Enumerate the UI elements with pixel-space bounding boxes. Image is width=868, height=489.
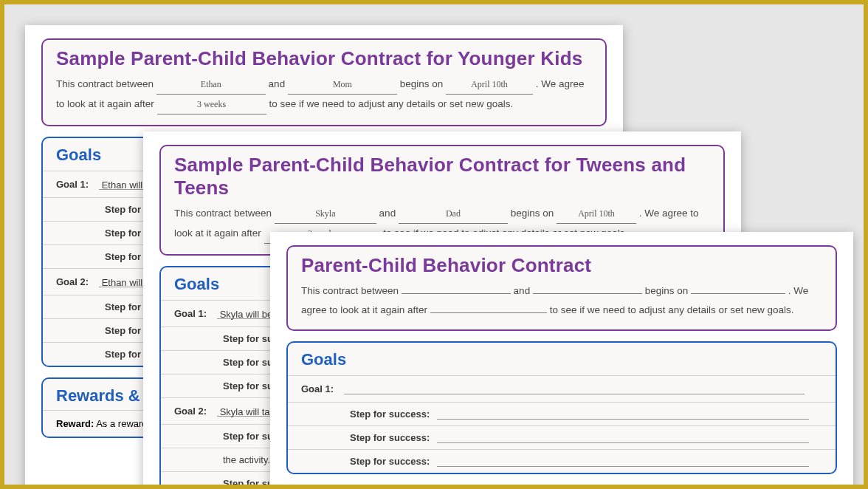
- goal-label: Goal 2:: [174, 406, 214, 417]
- step-extra: the activity.: [223, 454, 270, 465]
- goal-label: Goal 1:: [301, 383, 341, 394]
- intro-fragment: and: [269, 78, 286, 89]
- intro-fragment: This contract between: [174, 208, 272, 219]
- intro-fragment: This contract between: [56, 78, 154, 89]
- reward-label: Reward:: [56, 418, 94, 429]
- blank-child-name[interactable]: Ethan: [156, 76, 266, 95]
- header-box: Parent-Child Behavior Contract This cont…: [286, 245, 837, 331]
- title: Parent-Child Behavior Contract: [301, 254, 822, 277]
- goals-title: Goals: [288, 343, 836, 375]
- blank-start-date[interactable]: April 10th: [557, 205, 636, 224]
- intro-fragment: begins on: [645, 285, 689, 296]
- step-label: Step for success:: [350, 456, 430, 467]
- blank-review-after[interactable]: [430, 312, 547, 313]
- step-input[interactable]: [437, 456, 809, 467]
- intro-text: This contract between Ethan and Mom begi…: [56, 75, 592, 114]
- intro-fragment: to see if we need to adjust any details …: [550, 304, 794, 315]
- goal-label: Goal 1:: [56, 179, 96, 190]
- goal-input[interactable]: [344, 384, 805, 394]
- goal-label: Goal 2:: [56, 276, 96, 287]
- step-input[interactable]: [437, 409, 809, 420]
- intro-fragment: begins on: [511, 208, 554, 219]
- intro-fragment: to see if we need to adjust any details …: [269, 98, 513, 109]
- sheet-blank-contract: Parent-Child Behavior Contract This cont…: [270, 232, 853, 489]
- intro-fragment: begins on: [400, 78, 444, 89]
- intro-fragment: and: [379, 208, 396, 219]
- intro-fragment: This contract between: [301, 285, 399, 296]
- blank-parent-name[interactable]: Dad: [399, 205, 508, 224]
- step-row: Step for success:: [288, 425, 836, 449]
- step-row: Step for success:: [288, 402, 836, 425]
- header-box: Sample Parent-Child Behavior Contract fo…: [41, 38, 607, 126]
- blank-child-name[interactable]: [402, 293, 511, 294]
- reward-text: As a reward: [96, 418, 147, 429]
- blank-child-name[interactable]: Skyla: [275, 205, 376, 224]
- step-label: Step for success:: [350, 432, 430, 443]
- step-input[interactable]: [437, 433, 809, 443]
- intro-fragment: and: [514, 285, 531, 296]
- blank-parent-name[interactable]: [533, 293, 642, 294]
- blank-start-date[interactable]: [691, 293, 785, 294]
- title: Sample Parent-Child Behavior Contract fo…: [174, 154, 710, 199]
- blank-review-after[interactable]: 3 weeks: [157, 96, 266, 114]
- intro-text: This contract between and begins on . We…: [301, 281, 822, 319]
- goal-label: Goal 1:: [174, 308, 214, 319]
- step-label: Step for success:: [350, 408, 430, 420]
- step-row: Step for success:: [288, 449, 836, 473]
- title: Sample Parent-Child Behavior Contract fo…: [56, 47, 592, 70]
- blank-parent-name[interactable]: Mom: [288, 76, 397, 95]
- goal-row: Goal 1:: [288, 375, 836, 402]
- blank-start-date[interactable]: April 10th: [446, 76, 533, 95]
- goals-box: Goals Goal 1: Step for success: Step for…: [286, 341, 837, 474]
